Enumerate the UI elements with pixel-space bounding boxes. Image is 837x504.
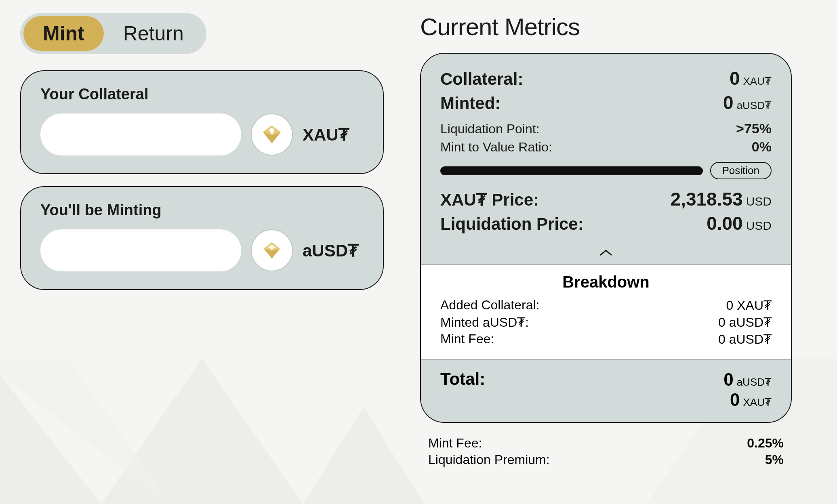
breakdown-row: Minted aUSD₮:0 aUSD₮ — [440, 315, 772, 330]
breakdown-row: Mint Fee:0 aUSD₮ — [440, 332, 772, 347]
total-xaut: 0XAU₮ — [723, 390, 772, 410]
tab-return[interactable]: Return — [104, 16, 203, 51]
ausdt-token-icon[interactable] — [251, 229, 293, 271]
xaut-price-label: XAU₮ Price: — [440, 190, 539, 210]
collapse-toggle[interactable] — [421, 244, 791, 265]
total-ausdt: 0aUSD₮ — [723, 370, 772, 390]
minted-metric-label: Minted: — [440, 94, 501, 113]
xaut-price-value: 2,318.53USD — [671, 188, 772, 210]
mint-return-tabs: Mint Return — [20, 13, 206, 54]
minting-input[interactable] — [40, 229, 241, 271]
tab-mint[interactable]: Mint — [23, 16, 104, 51]
breakdown-row: Added Collateral:0 XAU₮ — [440, 298, 772, 313]
liq-point-value: >75% — [736, 121, 772, 136]
chevron-up-icon — [599, 249, 613, 257]
mtv-value: 0% — [752, 139, 772, 155]
liq-price-value: 0.00USD — [707, 212, 772, 234]
mtv-label: Mint to Value Ratio: — [440, 140, 552, 155]
xaut-token-icon[interactable] — [251, 113, 293, 155]
collateral-label: Your Collateral — [40, 86, 364, 103]
metrics-title: Current Metrics — [420, 13, 792, 41]
svg-rect-6 — [271, 130, 273, 134]
footer-mint-fee: Mint Fee: 0.25% — [420, 436, 792, 451]
xaut-token-label: XAU₮ — [303, 125, 349, 145]
collateral-card: Your Collateral XAU₮ — [20, 70, 384, 174]
liq-price-label: Liquidation Price: — [440, 214, 584, 234]
minting-label: You'll be Minting — [40, 202, 364, 219]
collateral-input[interactable] — [40, 113, 241, 155]
liq-point-label: Liquidation Point: — [440, 122, 540, 136]
collateral-metric-label: Collateral: — [440, 69, 523, 89]
metrics-card: Collateral: 0XAU₮ Minted: 0aUSD₮ Liquida… — [420, 53, 792, 423]
position-chip[interactable]: Position — [710, 162, 772, 179]
minted-metric-value: 0aUSD₮ — [723, 92, 772, 113]
breakdown-title: Breakdown — [440, 273, 772, 291]
footer-liq-premium: Liquidation Premium: 5% — [420, 452, 792, 467]
minting-card: You'll be Minting aUSD₮ — [20, 186, 384, 290]
ausdt-token-label: aUSD₮ — [303, 241, 359, 260]
total-section: Total: 0aUSD₮ 0XAU₮ — [421, 360, 791, 422]
collateral-metric-value: 0XAU₮ — [730, 67, 772, 89]
position-progress-bar — [440, 166, 703, 175]
breakdown-section: Breakdown Added Collateral:0 XAU₮ Minted… — [421, 265, 791, 360]
total-label: Total: — [440, 370, 485, 389]
